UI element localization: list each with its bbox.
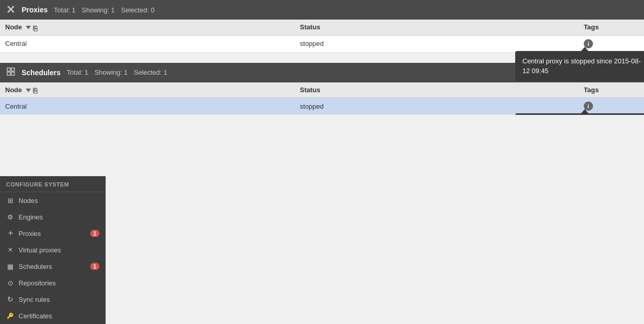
schedulers-header-icon — [6, 67, 15, 78]
proxies-table-header-row: Node ⎘ Status Tags — [0, 20, 644, 35]
svg-rect-5 — [11, 72, 14, 75]
proxies-header: Proxies Total: 1 Showing: 1 Selected: 0 — [0, 0, 644, 20]
schedulers-col-tags: Tags — [579, 82, 644, 98]
table-row: Central stopped i Central proxy is stopp… — [0, 35, 644, 52]
proxies-row-node: Central — [0, 35, 295, 52]
proxies-table-wrapper: Node ⎘ Status Tags Central stopped — [0, 20, 644, 53]
proxies-row-status: stopped — [295, 35, 579, 52]
proxies-section: Proxies Total: 1 Showing: 1 Selected: 0 … — [0, 0, 644, 53]
schedulers-col-node: Node ⎘ — [0, 82, 295, 98]
export-icon-2: ⎘ — [33, 87, 40, 94]
proxies-node-filter[interactable]: ⎘ — [26, 24, 40, 31]
proxies-total: Total: 1 — [54, 6, 76, 14]
proxies-header-icon — [6, 5, 15, 15]
schedulers-row-tags: i Central scheduler is stopped since 201… — [579, 98, 644, 115]
schedulers-col-status: Status — [295, 82, 579, 98]
schedulers-table: Node ⎘ Status Tags Central stopped — [0, 82, 644, 115]
schedulers-showing: Showing: 1 — [94, 69, 127, 76]
proxies-showing: Showing: 1 — [82, 6, 115, 14]
filter-triangle-icon — [26, 26, 31, 29]
export-icon: ⎘ — [33, 24, 40, 31]
proxies-row-tags: i Central proxy is stopped since 2015-08… — [579, 35, 644, 52]
svg-rect-3 — [11, 68, 14, 71]
proxies-col-tags: Tags — [579, 20, 644, 35]
filter-triangle-icon-2 — [26, 89, 31, 92]
proxies-table: Node ⎘ Status Tags Central stopped — [0, 20, 644, 53]
proxies-col-node: Node ⎘ — [0, 20, 295, 35]
svg-rect-2 — [7, 68, 10, 71]
schedulers-table-header-row: Node ⎘ Status Tags — [0, 82, 644, 98]
schedulers-total: Total: 1 — [66, 69, 88, 76]
schedulers-table-wrapper: Node ⎘ Status Tags Central stopped — [0, 82, 644, 115]
proxies-title: Proxies — [22, 6, 48, 14]
proxies-selected: Selected: 0 — [121, 6, 155, 14]
schedulers-title: Schedulers — [22, 69, 60, 77]
schedulers-selected: Selected: 1 — [134, 69, 167, 76]
schedulers-row-node: Central — [0, 98, 295, 115]
table-row: Central stopped i Central scheduler is s… — [0, 98, 644, 115]
schedulers-node-filter[interactable]: ⎘ — [26, 87, 40, 94]
svg-rect-4 — [7, 72, 10, 75]
schedulers-tooltip: Central scheduler is stopped since 2015-… — [515, 113, 644, 115]
proxies-tooltip: Central proxy is stopped since 2015-08-1… — [515, 51, 644, 81]
proxies-col-status: Status — [295, 20, 579, 35]
schedulers-row-status: stopped — [295, 98, 579, 115]
